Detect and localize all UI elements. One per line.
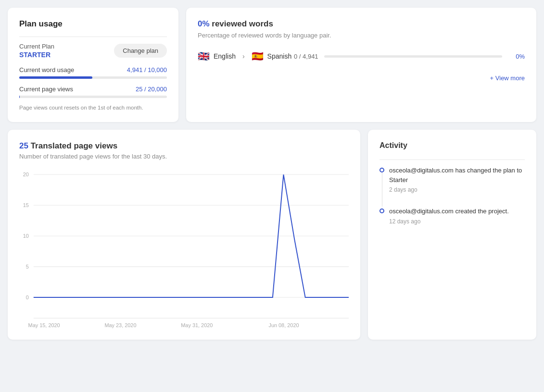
svg-text:10: 10 (23, 233, 29, 239)
svg-text:May 31, 2020: May 31, 2020 (181, 322, 213, 328)
page-views-label: Current page views (19, 86, 73, 93)
reviewed-words-subtitle: Percentage of reviewed words by language… (198, 32, 525, 39)
activity-time-1: 2 days ago (389, 186, 525, 193)
lang-pair-row: 🇬🇧 English › 🇪🇸 Spanish 0 / 4,941 0% (198, 50, 525, 62)
plan-usage-title: Plan usage (19, 19, 167, 29)
plan-usage-card: Plan usage Current Plan STARTER Change p… (8, 8, 178, 122)
from-flag: 🇬🇧 (198, 50, 210, 62)
view-more-link[interactable]: + View more (490, 74, 525, 82)
svg-text:Jun 08, 2020: Jun 08, 2020 (268, 322, 299, 328)
lang-flags: 🇬🇧 English › 🇪🇸 Spanish (198, 50, 294, 62)
word-usage-label: Current word usage (19, 66, 74, 74)
activity-text-2: osceola@digitalus.com created the projec… (389, 207, 525, 216)
activity-card: Activity osceola@digitalus.com has chang… (368, 130, 536, 340)
word-usage-value: 4,941 / 10,000 (127, 66, 167, 74)
svg-text:May 23, 2020: May 23, 2020 (104, 322, 136, 328)
activity-timeline: osceola@digitalus.com has changed the pl… (380, 166, 525, 225)
lang-count: 0 / 4,941 (294, 53, 318, 60)
activity-dot-1 (380, 168, 384, 172)
plan-name: STARTER (19, 51, 54, 59)
svg-text:May 15, 2020: May 15, 2020 (28, 322, 60, 328)
activity-time-2: 12 days ago (389, 218, 525, 225)
svg-text:20: 20 (23, 172, 29, 177)
word-usage-progress-bg (19, 76, 167, 79)
to-flag: 🇪🇸 (252, 50, 264, 62)
activity-dot-2 (380, 208, 384, 213)
reset-note: Page views count resets on the 1st of ea… (19, 105, 167, 110)
lang-arrow-icon: › (242, 52, 245, 60)
activity-text-1: osceola@digitalus.com has changed the pl… (389, 166, 525, 184)
reviewed-words-title-suffix: reviewed words (210, 19, 273, 28)
reviewed-words-accent: 0% (198, 19, 210, 28)
lang-progress-bg (324, 55, 502, 58)
page-views-progress-bg (19, 96, 167, 98)
activity-item: osceola@digitalus.com has changed the pl… (389, 166, 525, 193)
change-plan-button[interactable]: Change plan (114, 44, 167, 58)
activity-item-2: osceola@digitalus.com created the projec… (389, 207, 525, 225)
svg-text:0: 0 (26, 294, 29, 300)
activity-line-1 (382, 172, 382, 207)
lang-pct: 0% (508, 53, 525, 60)
view-more-section: + View more (198, 74, 525, 82)
reviewed-words-title: 0% reviewed words (198, 19, 525, 29)
chart-subtitle: Number of translated page views for the … (19, 153, 349, 160)
svg-text:15: 15 (23, 202, 29, 208)
activity-title: Activity (380, 141, 525, 150)
reviewed-words-card: 0% reviewed words Percentage of reviewed… (186, 8, 536, 122)
from-lang-name: English (214, 52, 236, 60)
lang-progress-section: 0 / 4,941 0% (294, 53, 525, 60)
chart-title: 25 Translated page views (19, 141, 349, 151)
chart-title-accent: 25 (19, 141, 28, 150)
page-views-value: 25 / 20,000 (136, 86, 167, 93)
chart-title-suffix: Translated page views (28, 141, 117, 150)
chart-area: 20 15 10 5 0 May 15, 2020 May 23, 2020 M… (19, 170, 349, 328)
chart-svg: 20 15 10 5 0 May 15, 2020 May 23, 2020 M… (19, 170, 349, 328)
current-plan-label: Current Plan (19, 43, 54, 50)
to-lang-name: Spanish (267, 52, 292, 60)
svg-text:5: 5 (26, 264, 29, 270)
page-views-card: 25 Translated page views Number of trans… (8, 130, 360, 340)
word-usage-progress-fill (19, 76, 92, 79)
